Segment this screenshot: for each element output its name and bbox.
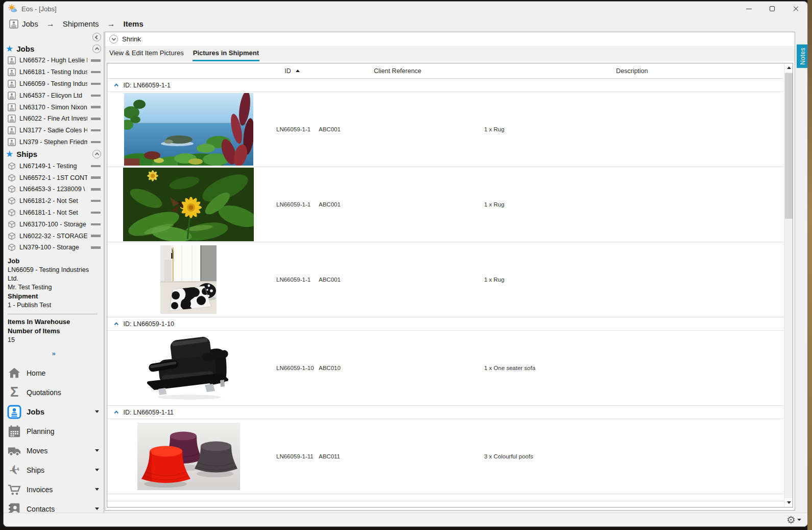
job-item-label: LN6022 - Fine Art Investment [19, 115, 87, 122]
ship-list-item[interactable]: LN63170-100 - Storage [4, 218, 104, 230]
minimize-icon [746, 9, 752, 9]
scroll-up-button[interactable] [784, 63, 793, 72]
table-row[interactable]: LN66059-1-1 ABC001 1 x Rug [107, 242, 783, 317]
flower-butterfly-photo [123, 168, 254, 241]
client-reference-column-header[interactable]: Client Reference [315, 67, 481, 75]
nav-item-contacts[interactable]: Contacts [4, 499, 104, 513]
minimize-button[interactable] [737, 2, 760, 16]
close-button[interactable] [784, 2, 807, 16]
collapse-chevron-icon [114, 84, 118, 88]
address-book-icon [7, 502, 21, 513]
number-of-items-value: 15 [8, 336, 100, 344]
job-item-label: LN66181 - Testing Industries Ltd [19, 68, 87, 76]
sigma-icon: Σ [7, 385, 21, 400]
id-column-header[interactable]: ID [270, 67, 315, 75]
breadcrumb-arrow-icon: → [43, 19, 58, 29]
ship-list-item[interactable]: LN6022-32 - STORAGE [4, 230, 104, 242]
items-in-warehouse-label: Items In Warehouse [8, 317, 100, 327]
notes-side-tab[interactable]: Notes [797, 44, 808, 68]
app-window: Eos - [Jobs] Jobs → Shipments → Items [3, 1, 808, 527]
description-column-header[interactable]: Description [481, 67, 783, 75]
drag-handle-icon [91, 235, 101, 237]
black-white-rug-room-photo [160, 245, 217, 314]
cell-client-reference: ABC010 [315, 365, 481, 371]
breadcrumb-items[interactable]: Items [124, 19, 144, 28]
chevron-down-icon [95, 508, 99, 510]
drag-handle-icon [91, 59, 101, 62]
ship-list-item[interactable]: LN66181-2 - Not Set [4, 195, 104, 207]
tab-view-edit-item-pictures[interactable]: View & Edit Item Pictures [109, 47, 184, 61]
drag-handle-icon [91, 165, 101, 168]
shipment-value: 1 - Publish Test [8, 301, 100, 310]
chevron-up-icon [94, 153, 99, 157]
group-header-label: ID: LN66059-1-11 [124, 409, 174, 416]
breadcrumb-jobs-label: Jobs [22, 19, 38, 28]
cart-icon [7, 482, 21, 497]
cell-id: LN66059-1-10 [270, 365, 315, 371]
gear-icon[interactable]: ⚙ [786, 515, 796, 525]
table-row[interactable]: LN66059-1-11 ABC011 3 x Colourful poofs [107, 419, 783, 494]
package-icon [8, 162, 16, 170]
cell-id: LN66059-1-1 [270, 126, 315, 132]
job-list-item[interactable]: LN63170 - Simon Nixon [4, 101, 104, 113]
vertical-scrollbar[interactable] [784, 63, 793, 507]
breadcrumb-shipments[interactable]: Shipments [63, 19, 99, 28]
shrink-button[interactable] [109, 35, 118, 43]
table-row[interactable]: LN66059-1-10 ABC010 1 x One seater sofa [107, 331, 783, 406]
group-header[interactable]: ID: LN66059-1-10 [107, 317, 783, 331]
job-list-item[interactable]: LN66572 - Hugh Leslie Design [4, 55, 104, 66]
jobs-section-collapse-button[interactable] [92, 44, 101, 53]
breadcrumb-jobs[interactable]: Jobs [9, 19, 38, 29]
scrollbar-thumb[interactable] [785, 73, 793, 219]
breadcrumb: Jobs → Shipments → Items [4, 16, 807, 32]
job-list-item[interactable]: LN64537 - Elicyon Ltd [4, 89, 104, 101]
job-list-item[interactable]: LN66181 - Testing Industries Ltd [4, 66, 104, 78]
nav-item-invoices[interactable]: Invoices [4, 480, 104, 499]
ship-item-label: LN66572-1 - 1ST CONTAINER [19, 174, 87, 181]
nav-item-home[interactable]: Home [4, 363, 104, 383]
nav-item-quotations[interactable]: Σ Quotations [4, 383, 104, 402]
expand-more-link[interactable]: » [4, 350, 104, 357]
tab-pictures-in-shipment[interactable]: Pictures in Shipment [193, 47, 259, 61]
status-bar: ⚙ [4, 513, 807, 526]
chevron-down-icon[interactable] [797, 519, 801, 521]
job-card-icon [8, 138, 16, 146]
chevron-down-icon [111, 36, 115, 40]
sidebar-collapse-button[interactable] [92, 33, 101, 41]
group-header[interactable]: ID: LN66059-1-1 [107, 79, 783, 92]
main-panel: Shrink View & Edit Item Pictures Picture… [105, 32, 795, 511]
chevron-down-icon [95, 410, 99, 413]
nav-label: Jobs [27, 407, 44, 416]
cell-id: LN66059-1-11 [270, 453, 315, 459]
job-list-item[interactable]: LN66059 - Testing Industries Ltd [4, 78, 104, 90]
ship-list-item[interactable]: LN66453-3 - 1238009 \ Import [4, 183, 104, 195]
ship-list-item[interactable]: LN66572-1 - 1ST CONTAINER [4, 172, 104, 183]
ships-section-collapse-button[interactable] [92, 150, 101, 158]
drag-handle-icon [91, 188, 101, 191]
nav-item-planning[interactable]: Planning [4, 422, 104, 441]
table-row[interactable]: LN66059-1-1 ABC001 1 x Rug [107, 167, 783, 242]
table-row[interactable]: LN66059-1-1 ABC001 1 x Rug [107, 92, 783, 167]
job-list-item[interactable]: LN3177 - Sadie Coles HQ [4, 125, 104, 136]
nav-item-ships[interactable]: ✈ Ships [4, 460, 104, 480]
black-leather-sofa-photo [145, 335, 232, 401]
job-list-item[interactable]: LN6022 - Fine Art Investment [4, 113, 104, 125]
ship-list-item[interactable]: LN379-100 - Storage [4, 242, 104, 254]
cell-client-reference: ABC011 [315, 453, 481, 459]
ship-list-item[interactable]: LN66181-1 - Not Set [4, 207, 104, 219]
drag-handle-icon [91, 95, 101, 97]
package-icon [8, 232, 16, 240]
drag-handle-icon [91, 71, 101, 74]
package-icon [8, 243, 16, 251]
drag-handle-icon [91, 83, 101, 85]
scroll-down-button[interactable] [784, 498, 793, 507]
star-icon: ★ [6, 150, 13, 158]
ship-item-label: LN66181-2 - Not Set [19, 197, 87, 204]
group-header[interactable]: ID: LN66059-1-11 [107, 406, 783, 419]
nav-item-moves[interactable]: Moves [4, 441, 104, 460]
nav-item-jobs[interactable]: Jobs [4, 402, 104, 422]
maximize-button[interactable] [760, 2, 784, 16]
package-icon [8, 185, 16, 193]
job-list-item[interactable]: LN379 - Stephen Friedman Gallery [4, 136, 104, 148]
ship-list-item[interactable]: LN67149-1 - Testing [4, 160, 104, 172]
